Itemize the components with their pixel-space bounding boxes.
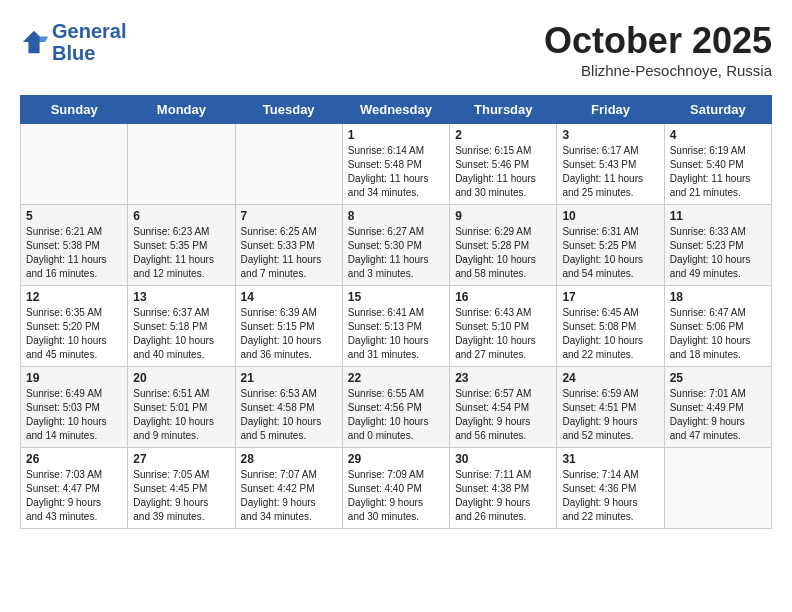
day-number: 10 [562, 209, 658, 223]
calendar-header: SundayMondayTuesdayWednesdayThursdayFrid… [21, 96, 772, 124]
header-day-saturday: Saturday [664, 96, 771, 124]
cell-daylight-info: Sunrise: 6:31 AM Sunset: 5:25 PM Dayligh… [562, 225, 658, 281]
cell-daylight-info: Sunrise: 6:59 AM Sunset: 4:51 PM Dayligh… [562, 387, 658, 443]
calendar-cell: 24Sunrise: 6:59 AM Sunset: 4:51 PM Dayli… [557, 367, 664, 448]
calendar-cell: 25Sunrise: 7:01 AM Sunset: 4:49 PM Dayli… [664, 367, 771, 448]
calendar-cell: 19Sunrise: 6:49 AM Sunset: 5:03 PM Dayli… [21, 367, 128, 448]
location: Blizhne-Pesochnoye, Russia [544, 62, 772, 79]
calendar-cell: 27Sunrise: 7:05 AM Sunset: 4:45 PM Dayli… [128, 448, 235, 529]
calendar-cell: 8Sunrise: 6:27 AM Sunset: 5:30 PM Daylig… [342, 205, 449, 286]
calendar-cell: 14Sunrise: 6:39 AM Sunset: 5:15 PM Dayli… [235, 286, 342, 367]
logo-icon [20, 28, 48, 56]
day-number: 16 [455, 290, 551, 304]
cell-daylight-info: Sunrise: 6:19 AM Sunset: 5:40 PM Dayligh… [670, 144, 766, 200]
calendar-cell: 31Sunrise: 7:14 AM Sunset: 4:36 PM Dayli… [557, 448, 664, 529]
cell-daylight-info: Sunrise: 6:23 AM Sunset: 5:35 PM Dayligh… [133, 225, 229, 281]
week-row-5: 26Sunrise: 7:03 AM Sunset: 4:47 PM Dayli… [21, 448, 772, 529]
cell-daylight-info: Sunrise: 6:45 AM Sunset: 5:08 PM Dayligh… [562, 306, 658, 362]
cell-daylight-info: Sunrise: 6:51 AM Sunset: 5:01 PM Dayligh… [133, 387, 229, 443]
calendar-cell: 12Sunrise: 6:35 AM Sunset: 5:20 PM Dayli… [21, 286, 128, 367]
cell-daylight-info: Sunrise: 6:57 AM Sunset: 4:54 PM Dayligh… [455, 387, 551, 443]
title-block: October 2025 Blizhne-Pesochnoye, Russia [544, 20, 772, 79]
cell-daylight-info: Sunrise: 6:27 AM Sunset: 5:30 PM Dayligh… [348, 225, 444, 281]
day-number: 8 [348, 209, 444, 223]
day-number: 5 [26, 209, 122, 223]
calendar-cell: 5Sunrise: 6:21 AM Sunset: 5:38 PM Daylig… [21, 205, 128, 286]
day-number: 29 [348, 452, 444, 466]
header-row: SundayMondayTuesdayWednesdayThursdayFrid… [21, 96, 772, 124]
calendar-cell [664, 448, 771, 529]
cell-daylight-info: Sunrise: 6:33 AM Sunset: 5:23 PM Dayligh… [670, 225, 766, 281]
day-number: 21 [241, 371, 337, 385]
calendar-cell: 23Sunrise: 6:57 AM Sunset: 4:54 PM Dayli… [450, 367, 557, 448]
calendar-cell: 17Sunrise: 6:45 AM Sunset: 5:08 PM Dayli… [557, 286, 664, 367]
week-row-4: 19Sunrise: 6:49 AM Sunset: 5:03 PM Dayli… [21, 367, 772, 448]
day-number: 19 [26, 371, 122, 385]
calendar-cell [235, 124, 342, 205]
logo-text: General Blue [52, 20, 126, 64]
cell-daylight-info: Sunrise: 7:09 AM Sunset: 4:40 PM Dayligh… [348, 468, 444, 524]
page-header: General Blue October 2025 Blizhne-Pesoch… [20, 20, 772, 79]
calendar-cell: 1Sunrise: 6:14 AM Sunset: 5:48 PM Daylig… [342, 124, 449, 205]
calendar-cell: 29Sunrise: 7:09 AM Sunset: 4:40 PM Dayli… [342, 448, 449, 529]
cell-daylight-info: Sunrise: 6:29 AM Sunset: 5:28 PM Dayligh… [455, 225, 551, 281]
day-number: 6 [133, 209, 229, 223]
day-number: 27 [133, 452, 229, 466]
day-number: 24 [562, 371, 658, 385]
week-row-3: 12Sunrise: 6:35 AM Sunset: 5:20 PM Dayli… [21, 286, 772, 367]
cell-daylight-info: Sunrise: 6:39 AM Sunset: 5:15 PM Dayligh… [241, 306, 337, 362]
calendar-body: 1Sunrise: 6:14 AM Sunset: 5:48 PM Daylig… [21, 124, 772, 529]
day-number: 4 [670, 128, 766, 142]
day-number: 17 [562, 290, 658, 304]
day-number: 3 [562, 128, 658, 142]
month-title: October 2025 [544, 20, 772, 62]
cell-daylight-info: Sunrise: 7:14 AM Sunset: 4:36 PM Dayligh… [562, 468, 658, 524]
day-number: 25 [670, 371, 766, 385]
cell-daylight-info: Sunrise: 6:21 AM Sunset: 5:38 PM Dayligh… [26, 225, 122, 281]
cell-daylight-info: Sunrise: 6:35 AM Sunset: 5:20 PM Dayligh… [26, 306, 122, 362]
cell-daylight-info: Sunrise: 6:15 AM Sunset: 5:46 PM Dayligh… [455, 144, 551, 200]
header-day-monday: Monday [128, 96, 235, 124]
calendar-cell: 11Sunrise: 6:33 AM Sunset: 5:23 PM Dayli… [664, 205, 771, 286]
calendar-cell: 6Sunrise: 6:23 AM Sunset: 5:35 PM Daylig… [128, 205, 235, 286]
cell-daylight-info: Sunrise: 7:05 AM Sunset: 4:45 PM Dayligh… [133, 468, 229, 524]
day-number: 7 [241, 209, 337, 223]
calendar-cell: 15Sunrise: 6:41 AM Sunset: 5:13 PM Dayli… [342, 286, 449, 367]
cell-daylight-info: Sunrise: 6:14 AM Sunset: 5:48 PM Dayligh… [348, 144, 444, 200]
cell-daylight-info: Sunrise: 6:43 AM Sunset: 5:10 PM Dayligh… [455, 306, 551, 362]
day-number: 31 [562, 452, 658, 466]
calendar-cell: 22Sunrise: 6:55 AM Sunset: 4:56 PM Dayli… [342, 367, 449, 448]
calendar-cell: 13Sunrise: 6:37 AM Sunset: 5:18 PM Dayli… [128, 286, 235, 367]
calendar-cell: 16Sunrise: 6:43 AM Sunset: 5:10 PM Dayli… [450, 286, 557, 367]
calendar-cell: 20Sunrise: 6:51 AM Sunset: 5:01 PM Dayli… [128, 367, 235, 448]
calendar-cell: 4Sunrise: 6:19 AM Sunset: 5:40 PM Daylig… [664, 124, 771, 205]
cell-daylight-info: Sunrise: 6:53 AM Sunset: 4:58 PM Dayligh… [241, 387, 337, 443]
header-day-friday: Friday [557, 96, 664, 124]
header-day-tuesday: Tuesday [235, 96, 342, 124]
week-row-2: 5Sunrise: 6:21 AM Sunset: 5:38 PM Daylig… [21, 205, 772, 286]
cell-daylight-info: Sunrise: 6:41 AM Sunset: 5:13 PM Dayligh… [348, 306, 444, 362]
calendar-cell: 28Sunrise: 7:07 AM Sunset: 4:42 PM Dayli… [235, 448, 342, 529]
cell-daylight-info: Sunrise: 7:11 AM Sunset: 4:38 PM Dayligh… [455, 468, 551, 524]
cell-daylight-info: Sunrise: 7:07 AM Sunset: 4:42 PM Dayligh… [241, 468, 337, 524]
day-number: 30 [455, 452, 551, 466]
cell-daylight-info: Sunrise: 6:55 AM Sunset: 4:56 PM Dayligh… [348, 387, 444, 443]
calendar-cell: 2Sunrise: 6:15 AM Sunset: 5:46 PM Daylig… [450, 124, 557, 205]
day-number: 26 [26, 452, 122, 466]
day-number: 13 [133, 290, 229, 304]
cell-daylight-info: Sunrise: 7:03 AM Sunset: 4:47 PM Dayligh… [26, 468, 122, 524]
cell-daylight-info: Sunrise: 7:01 AM Sunset: 4:49 PM Dayligh… [670, 387, 766, 443]
day-number: 14 [241, 290, 337, 304]
calendar-cell: 3Sunrise: 6:17 AM Sunset: 5:43 PM Daylig… [557, 124, 664, 205]
cell-daylight-info: Sunrise: 6:49 AM Sunset: 5:03 PM Dayligh… [26, 387, 122, 443]
header-day-sunday: Sunday [21, 96, 128, 124]
cell-daylight-info: Sunrise: 6:37 AM Sunset: 5:18 PM Dayligh… [133, 306, 229, 362]
day-number: 11 [670, 209, 766, 223]
day-number: 1 [348, 128, 444, 142]
day-number: 2 [455, 128, 551, 142]
week-row-1: 1Sunrise: 6:14 AM Sunset: 5:48 PM Daylig… [21, 124, 772, 205]
calendar-cell: 7Sunrise: 6:25 AM Sunset: 5:33 PM Daylig… [235, 205, 342, 286]
calendar-cell: 26Sunrise: 7:03 AM Sunset: 4:47 PM Dayli… [21, 448, 128, 529]
day-number: 15 [348, 290, 444, 304]
calendar-cell [128, 124, 235, 205]
